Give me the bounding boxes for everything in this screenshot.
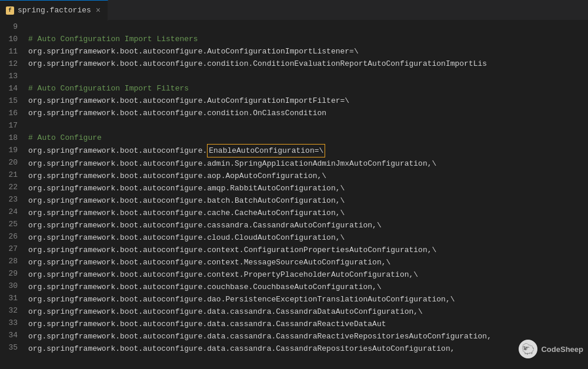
tab-spring-factories[interactable]: f spring.factories × xyxy=(0,0,108,21)
tab-bar: f spring.factories × xyxy=(0,0,588,21)
code-line: org.springframework.boot.autoconfigure.E… xyxy=(28,144,588,157)
code-text: org.springframework.boot.autoconfigure.d… xyxy=(28,318,386,330)
line-number: 18 xyxy=(5,132,18,144)
code-line: org.springframework.boot.autoconfigure.c… xyxy=(28,219,588,232)
line-number: 15 xyxy=(5,95,18,107)
line-number: 29 xyxy=(5,267,18,280)
code-line: org.springframework.boot.autoconfigure.d… xyxy=(28,343,588,355)
watermark-icon: 🐑 xyxy=(519,340,537,358)
line-number: 13 xyxy=(5,70,18,82)
comment-text: # Auto Configure xyxy=(28,132,102,144)
line-number: 22 xyxy=(5,181,18,193)
line-number: 17 xyxy=(5,119,18,132)
code-line: # Auto Configure xyxy=(28,132,588,144)
code-text: org.springframework.boot.autoconfigure.c… xyxy=(28,107,326,119)
code-content: # Auto Configuration Import Listenersorg… xyxy=(25,21,588,369)
code-text: org.springframework.boot.autoconfigure.c… xyxy=(28,58,487,70)
code-text: org.springframework.boot.autoconfigure.d… xyxy=(28,306,423,318)
code-text: org.springframework.boot.autoconfigure.c… xyxy=(28,232,345,244)
tab-label: spring.factories xyxy=(18,6,91,15)
line-number: 21 xyxy=(5,169,18,181)
line-number: 20 xyxy=(5,156,18,169)
code-line: org.springframework.boot.autoconfigure.d… xyxy=(28,306,588,318)
watermark-text: CodeSheep xyxy=(541,345,583,354)
code-text: org.springframework.boot.autoconfigure.c… xyxy=(28,219,382,232)
code-line: org.springframework.boot.autoconfigure.c… xyxy=(28,281,588,293)
line-number: 16 xyxy=(5,107,18,119)
tab-close-button[interactable]: × xyxy=(95,5,102,16)
code-line: org.springframework.boot.autoconfigure.d… xyxy=(28,318,588,330)
code-line: org.springframework.boot.autoconfigure.d… xyxy=(28,330,588,343)
code-line: org.springframework.boot.autoconfigure.A… xyxy=(28,45,588,58)
code-line xyxy=(28,70,588,82)
code-text: org.springframework.boot.autoconfigure.b… xyxy=(28,194,345,207)
code-prefix: org.springframework.boot.autoconfigure. xyxy=(28,145,207,157)
file-icon: f xyxy=(6,6,14,15)
code-line: org.springframework.boot.autoconfigure.c… xyxy=(28,232,588,244)
code-text: org.springframework.boot.autoconfigure.a… xyxy=(28,157,436,170)
line-number: 34 xyxy=(5,329,18,341)
line-number: 11 xyxy=(5,45,18,58)
line-number: 25 xyxy=(5,218,18,230)
line-number: 9 xyxy=(5,21,18,33)
watermark: 🐑 CodeSheep xyxy=(519,340,583,358)
code-text: org.springframework.boot.autoconfigure.d… xyxy=(28,343,455,355)
code-text: org.springframework.boot.autoconfigure.d… xyxy=(28,293,455,306)
code-text: org.springframework.boot.autoconfigure.c… xyxy=(28,269,418,281)
code-line: org.springframework.boot.autoconfigure.c… xyxy=(28,58,588,70)
code-line: # Auto Configuration Import Filters xyxy=(28,82,588,95)
code-line: org.springframework.boot.autoconfigure.c… xyxy=(28,269,588,281)
line-numbers: 9101112131415161718192021222324252627282… xyxy=(0,21,25,369)
line-number: 32 xyxy=(5,304,18,317)
code-text: org.springframework.boot.autoconfigure.c… xyxy=(28,207,345,219)
line-number: 10 xyxy=(5,33,18,45)
line-number: 26 xyxy=(5,230,18,243)
line-number: 12 xyxy=(5,58,18,70)
line-number: 30 xyxy=(5,280,18,292)
code-line: org.springframework.boot.autoconfigure.A… xyxy=(28,95,588,107)
code-line xyxy=(28,21,588,33)
code-line: org.springframework.boot.autoconfigure.c… xyxy=(28,256,588,269)
code-area: 9101112131415161718192021222324252627282… xyxy=(0,21,588,369)
watermark-emoji: 🐑 xyxy=(522,343,534,355)
line-number: 19 xyxy=(5,144,18,156)
code-line: org.springframework.boot.autoconfigure.a… xyxy=(28,170,588,182)
code-line: org.springframework.boot.autoconfigure.b… xyxy=(28,194,588,207)
code-text: org.springframework.boot.autoconfigure.a… xyxy=(28,170,326,182)
code-text: org.springframework.boot.autoconfigure.c… xyxy=(28,244,436,256)
code-text: org.springframework.boot.autoconfigure.A… xyxy=(28,45,359,58)
code-text: org.springframework.boot.autoconfigure.A… xyxy=(28,95,349,107)
code-line: org.springframework.boot.autoconfigure.c… xyxy=(28,244,588,256)
comment-text: # Auto Configuration Import Listeners xyxy=(28,33,198,45)
line-number: 23 xyxy=(5,193,18,206)
code-line: org.springframework.boot.autoconfigure.a… xyxy=(28,157,588,170)
line-number: 33 xyxy=(5,317,18,329)
code-text: org.springframework.boot.autoconfigure.d… xyxy=(28,330,492,343)
line-number: 24 xyxy=(5,206,18,218)
code-line: org.springframework.boot.autoconfigure.c… xyxy=(28,107,588,119)
code-text: org.springframework.boot.autoconfigure.a… xyxy=(28,182,345,194)
code-line: # Auto Configuration Import Listeners xyxy=(28,33,588,45)
code-line: org.springframework.boot.autoconfigure.c… xyxy=(28,207,588,219)
highlighted-text: EnableAutoConfiguration=\ xyxy=(207,144,325,157)
line-number: 27 xyxy=(5,243,18,255)
line-number: 31 xyxy=(5,292,18,304)
comment-text: # Auto Configuration Import Filters xyxy=(28,82,189,95)
code-line: org.springframework.boot.autoconfigure.d… xyxy=(28,293,588,306)
code-text: org.springframework.boot.autoconfigure.c… xyxy=(28,256,390,269)
line-number: 35 xyxy=(5,341,18,354)
code-text: org.springframework.boot.autoconfigure.c… xyxy=(28,281,382,293)
code-line xyxy=(28,119,588,132)
code-line: org.springframework.boot.autoconfigure.a… xyxy=(28,182,588,194)
line-number: 14 xyxy=(5,82,18,95)
line-number: 28 xyxy=(5,255,18,267)
